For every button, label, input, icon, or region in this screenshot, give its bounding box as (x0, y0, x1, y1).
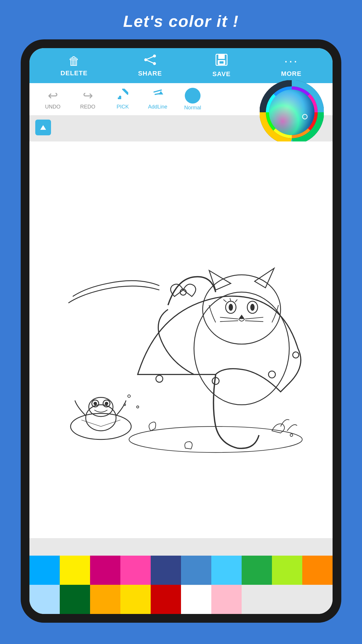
color-swatch-blue[interactable] (29, 556, 60, 585)
color-swatch-magenta[interactable] (90, 556, 120, 585)
more-dots-icon: ··· (284, 54, 298, 68)
svg-rect-6 (218, 54, 225, 59)
normal-button[interactable]: Normal (178, 88, 207, 111)
addline-label: AddLine (148, 104, 167, 110)
delete-icon: 🗑 (68, 55, 80, 68)
phone-screen: 🗑 DELETE SHARE (29, 48, 333, 614)
color-swatch-lime[interactable] (272, 556, 302, 585)
color-swatch-sky[interactable] (211, 556, 242, 585)
more-label: MORE (281, 70, 301, 78)
palette-row-2 (29, 585, 333, 614)
collapse-button[interactable] (35, 120, 51, 135)
color-swatch-navy[interactable] (151, 556, 181, 585)
undo-label: UNDO (45, 104, 61, 110)
share-button[interactable]: SHARE (138, 54, 162, 77)
top-toolbar: 🗑 DELETE SHARE (29, 48, 333, 83)
color-swatch-pink[interactable] (120, 556, 151, 585)
color-swatch-dark-green[interactable] (60, 585, 90, 614)
delete-button[interactable]: 🗑 DELETE (61, 55, 88, 77)
color-swatch-amber[interactable] (90, 585, 120, 614)
color-swatch-empty2[interactable] (272, 585, 302, 614)
color-swatch-yellow[interactable] (60, 556, 90, 585)
color-wheel-container[interactable] (260, 80, 327, 147)
save-label: SAVE (212, 70, 231, 78)
canvas-area[interactable] (29, 141, 333, 538)
delete-label: DELETE (61, 69, 88, 77)
normal-label: Normal (184, 105, 201, 111)
pick-button[interactable]: PICK (108, 89, 137, 110)
phone-frame: 🗑 DELETE SHARE (21, 39, 341, 623)
svg-point-53 (105, 402, 108, 405)
svg-rect-9 (122, 89, 128, 95)
color-palette (29, 556, 333, 614)
undo-button[interactable]: ↩ UNDO (38, 88, 67, 110)
redo-button[interactable]: ↪ REDO (73, 88, 102, 110)
color-swatch-golden[interactable] (120, 585, 151, 614)
color-swatch-green[interactable] (242, 556, 272, 585)
addline-icon (152, 89, 163, 103)
svg-point-32 (250, 304, 255, 311)
addline-button[interactable]: AddLine (143, 89, 172, 110)
pick-label: PICK (117, 104, 129, 110)
save-icon (215, 54, 228, 69)
color-swatch-rose[interactable] (211, 585, 242, 614)
redo-label: REDO (80, 104, 95, 110)
undo-icon: ↩ (48, 88, 58, 103)
palette-spacer (29, 538, 333, 556)
color-swatch-steel-blue[interactable] (181, 556, 211, 585)
svg-line-3 (146, 56, 154, 60)
color-swatch-light-blue[interactable] (29, 585, 60, 614)
secondary-toolbar: ↩ UNDO ↪ REDO PICK (29, 83, 333, 115)
svg-marker-14 (159, 91, 163, 94)
color-wheel-svg[interactable] (260, 80, 324, 144)
svg-rect-11 (118, 97, 121, 99)
color-swatch-orange[interactable] (302, 556, 333, 585)
coloring-image (29, 141, 333, 538)
svg-line-4 (146, 60, 154, 64)
color-swatch-empty1[interactable] (242, 585, 272, 614)
svg-point-18 (269, 90, 314, 135)
more-button[interactable]: ··· MORE (281, 54, 301, 78)
svg-rect-8 (219, 61, 224, 64)
svg-point-52 (94, 402, 97, 405)
color-swatch-red[interactable] (151, 585, 181, 614)
normal-circle (185, 88, 201, 104)
collapse-icon (40, 124, 47, 131)
redo-icon: ↪ (83, 88, 93, 103)
save-button[interactable]: SAVE (212, 54, 231, 78)
share-label: SHARE (138, 70, 162, 77)
color-swatch-empty3[interactable] (302, 585, 333, 614)
svg-marker-23 (40, 125, 46, 130)
app-title: Let's color it ! (123, 12, 239, 31)
share-icon (144, 54, 156, 68)
palette-row-1 (29, 556, 333, 585)
color-swatch-white[interactable] (181, 585, 211, 614)
pick-icon (117, 89, 128, 103)
svg-point-31 (229, 304, 233, 311)
